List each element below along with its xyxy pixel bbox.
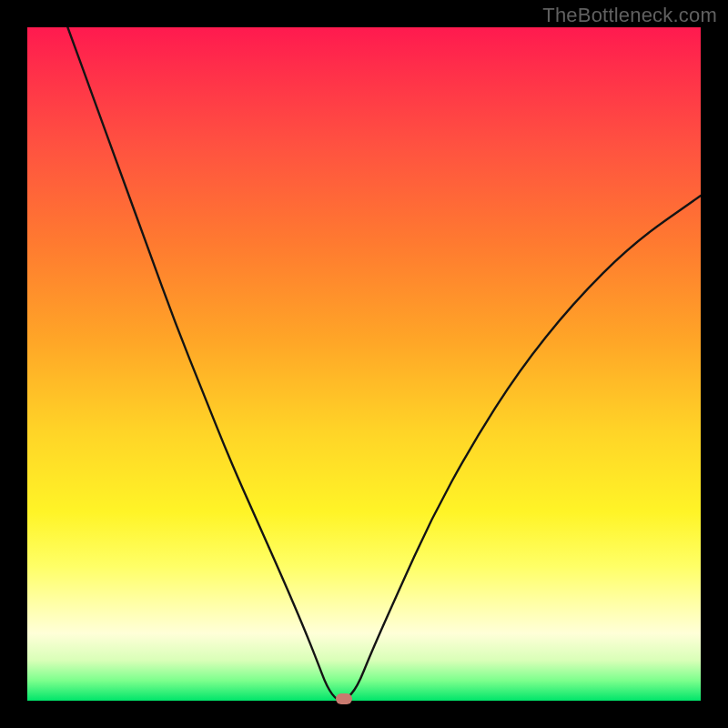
optimum-marker (336, 693, 352, 704)
chart-plot-area (27, 27, 701, 701)
bottleneck-curve (27, 27, 701, 701)
bottleneck-curve-path (67, 27, 701, 701)
watermark-text: TheBottleneck.com (542, 4, 717, 27)
